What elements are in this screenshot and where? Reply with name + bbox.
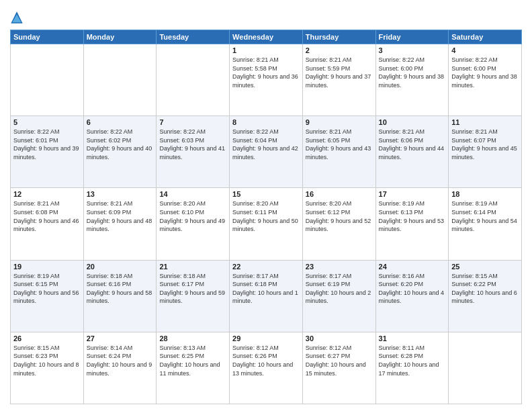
calendar-cell: 30Sunrise: 8:12 AM Sunset: 6:27 PM Dayli…	[302, 332, 375, 404]
day-number: 9	[306, 118, 373, 126]
day-info: Sunrise: 8:17 AM Sunset: 6:18 PM Dayligh…	[232, 272, 300, 306]
col-header-sunday: Sunday	[11, 30, 84, 44]
page: SundayMondayTuesdayWednesdayThursdayFrid…	[0, 0, 532, 411]
calendar-cell: 8Sunrise: 8:22 AM Sunset: 6:04 PM Daylig…	[230, 116, 303, 188]
day-info: Sunrise: 8:20 AM Sunset: 6:12 PM Dayligh…	[306, 199, 373, 233]
day-info: Sunrise: 8:19 AM Sunset: 6:13 PM Dayligh…	[379, 199, 446, 233]
calendar-cell: 23Sunrise: 8:17 AM Sunset: 6:19 PM Dayli…	[302, 260, 375, 332]
calendar-cell: 19Sunrise: 8:19 AM Sunset: 6:15 PM Dayli…	[11, 260, 84, 332]
day-info: Sunrise: 8:22 AM Sunset: 6:01 PM Dayligh…	[13, 128, 81, 161]
calendar-cell: 6Sunrise: 8:22 AM Sunset: 6:02 PM Daylig…	[83, 116, 157, 188]
day-info: Sunrise: 8:21 AM Sunset: 5:59 PM Dayligh…	[306, 56, 373, 89]
calendar-cell: 17Sunrise: 8:19 AM Sunset: 6:13 PM Dayli…	[375, 188, 449, 260]
col-header-wednesday: Wednesday	[230, 30, 303, 44]
calendar-cell: 13Sunrise: 8:21 AM Sunset: 6:09 PM Dayli…	[83, 188, 157, 260]
calendar-cell: 3Sunrise: 8:22 AM Sunset: 6:00 PM Daylig…	[375, 44, 449, 116]
calendar-cell: 12Sunrise: 8:21 AM Sunset: 6:08 PM Dayli…	[11, 188, 84, 260]
day-info: Sunrise: 8:21 AM Sunset: 6:06 PM Dayligh…	[379, 128, 446, 161]
day-info: Sunrise: 8:22 AM Sunset: 6:02 PM Dayligh…	[87, 128, 154, 161]
day-number: 27	[87, 334, 154, 342]
calendar-cell: 20Sunrise: 8:18 AM Sunset: 6:16 PM Dayli…	[83, 260, 157, 332]
calendar-cell: 11Sunrise: 8:21 AM Sunset: 6:07 PM Dayli…	[449, 116, 522, 188]
day-number: 22	[232, 263, 300, 271]
day-info: Sunrise: 8:21 AM Sunset: 6:07 PM Dayligh…	[451, 128, 519, 161]
calendar-cell	[157, 44, 230, 116]
day-number: 17	[379, 190, 446, 198]
day-number: 21	[159, 263, 226, 271]
day-info: Sunrise: 8:20 AM Sunset: 6:10 PM Dayligh…	[159, 199, 226, 233]
day-number: 15	[232, 190, 300, 198]
week-row-5: 26Sunrise: 8:15 AM Sunset: 6:23 PM Dayli…	[11, 332, 522, 404]
day-info: Sunrise: 8:16 AM Sunset: 6:20 PM Dayligh…	[379, 272, 446, 306]
day-info: Sunrise: 8:15 AM Sunset: 6:22 PM Dayligh…	[451, 272, 519, 306]
calendar-cell: 4Sunrise: 8:22 AM Sunset: 6:00 PM Daylig…	[449, 44, 522, 116]
week-row-2: 5Sunrise: 8:22 AM Sunset: 6:01 PM Daylig…	[11, 116, 522, 188]
day-number: 18	[451, 190, 519, 198]
day-number: 4	[451, 46, 519, 54]
day-info: Sunrise: 8:21 AM Sunset: 6:09 PM Dayligh…	[87, 199, 154, 233]
day-number: 23	[306, 263, 373, 271]
calendar-cell: 15Sunrise: 8:20 AM Sunset: 6:11 PM Dayli…	[230, 188, 303, 260]
day-number: 25	[451, 263, 519, 271]
calendar-table: SundayMondayTuesdayWednesdayThursdayFrid…	[10, 30, 522, 404]
day-number: 6	[87, 118, 154, 126]
calendar-cell: 24Sunrise: 8:16 AM Sunset: 6:20 PM Dayli…	[375, 260, 449, 332]
day-number: 10	[379, 118, 446, 126]
calendar-cell: 7Sunrise: 8:22 AM Sunset: 6:03 PM Daylig…	[157, 116, 230, 188]
day-info: Sunrise: 8:18 AM Sunset: 6:16 PM Dayligh…	[87, 272, 154, 306]
day-number: 3	[379, 46, 446, 54]
day-info: Sunrise: 8:14 AM Sunset: 6:24 PM Dayligh…	[87, 344, 154, 377]
calendar-cell: 26Sunrise: 8:15 AM Sunset: 6:23 PM Dayli…	[11, 332, 84, 404]
col-header-thursday: Thursday	[302, 30, 375, 44]
day-number: 20	[87, 263, 154, 271]
col-header-monday: Monday	[83, 30, 157, 44]
day-info: Sunrise: 8:22 AM Sunset: 6:04 PM Dayligh…	[232, 128, 300, 161]
calendar-cell: 27Sunrise: 8:14 AM Sunset: 6:24 PM Dayli…	[83, 332, 157, 404]
week-row-3: 12Sunrise: 8:21 AM Sunset: 6:08 PM Dayli…	[11, 188, 522, 260]
day-number: 12	[13, 190, 81, 198]
day-number: 7	[159, 118, 226, 126]
day-number: 5	[13, 118, 81, 126]
day-number: 26	[13, 334, 81, 342]
day-number: 30	[306, 334, 373, 342]
day-number: 29	[232, 334, 300, 342]
day-number: 19	[13, 263, 81, 271]
logo-icon	[10, 11, 24, 24]
calendar-cell: 31Sunrise: 8:11 AM Sunset: 6:28 PM Dayli…	[375, 332, 449, 404]
calendar-cell: 1Sunrise: 8:21 AM Sunset: 5:58 PM Daylig…	[230, 44, 303, 116]
week-row-1: 1Sunrise: 8:21 AM Sunset: 5:58 PM Daylig…	[11, 44, 522, 116]
day-info: Sunrise: 8:12 AM Sunset: 6:27 PM Dayligh…	[306, 344, 373, 377]
week-row-4: 19Sunrise: 8:19 AM Sunset: 6:15 PM Dayli…	[11, 260, 522, 332]
day-info: Sunrise: 8:21 AM Sunset: 5:58 PM Dayligh…	[232, 56, 300, 89]
calendar-cell: 18Sunrise: 8:19 AM Sunset: 6:14 PM Dayli…	[449, 188, 522, 260]
day-info: Sunrise: 8:18 AM Sunset: 6:17 PM Dayligh…	[159, 272, 226, 306]
day-info: Sunrise: 8:22 AM Sunset: 6:00 PM Dayligh…	[379, 56, 446, 89]
calendar-cell	[11, 44, 84, 116]
day-info: Sunrise: 8:21 AM Sunset: 6:05 PM Dayligh…	[306, 128, 373, 161]
calendar-cell: 29Sunrise: 8:12 AM Sunset: 6:26 PM Dayli…	[230, 332, 303, 404]
day-number: 14	[159, 190, 226, 198]
day-number: 8	[232, 118, 300, 126]
day-info: Sunrise: 8:11 AM Sunset: 6:28 PM Dayligh…	[379, 344, 446, 377]
calendar-cell: 21Sunrise: 8:18 AM Sunset: 6:17 PM Dayli…	[157, 260, 230, 332]
day-number: 24	[379, 263, 446, 271]
calendar-cell: 14Sunrise: 8:20 AM Sunset: 6:10 PM Dayli…	[157, 188, 230, 260]
day-info: Sunrise: 8:20 AM Sunset: 6:11 PM Dayligh…	[232, 199, 300, 233]
logo	[10, 9, 26, 24]
day-info: Sunrise: 8:17 AM Sunset: 6:19 PM Dayligh…	[306, 272, 373, 306]
calendar-cell	[449, 332, 522, 404]
day-info: Sunrise: 8:19 AM Sunset: 6:15 PM Dayligh…	[13, 272, 81, 306]
col-header-friday: Friday	[375, 30, 449, 44]
calendar-cell: 5Sunrise: 8:22 AM Sunset: 6:01 PM Daylig…	[11, 116, 84, 188]
calendar-cell: 25Sunrise: 8:15 AM Sunset: 6:22 PM Dayli…	[449, 260, 522, 332]
day-number: 11	[451, 118, 519, 126]
header-row: SundayMondayTuesdayWednesdayThursdayFrid…	[11, 30, 522, 44]
calendar-cell	[83, 44, 157, 116]
calendar-cell: 16Sunrise: 8:20 AM Sunset: 6:12 PM Dayli…	[302, 188, 375, 260]
day-number: 13	[87, 190, 154, 198]
day-number: 16	[306, 190, 373, 198]
day-info: Sunrise: 8:15 AM Sunset: 6:23 PM Dayligh…	[13, 344, 81, 377]
day-number: 1	[232, 46, 300, 54]
col-header-tuesday: Tuesday	[157, 30, 230, 44]
calendar-cell: 22Sunrise: 8:17 AM Sunset: 6:18 PM Dayli…	[230, 260, 303, 332]
